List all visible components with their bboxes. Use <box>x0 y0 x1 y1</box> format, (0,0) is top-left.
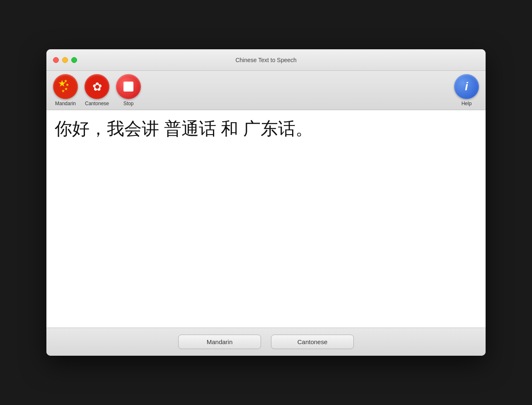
stop-square <box>123 82 133 92</box>
stop-icon <box>116 74 141 99</box>
help-toolbar-label: Help <box>462 101 472 106</box>
stop-toolbar-label: Stop <box>123 101 134 106</box>
chinese-text-content: 你好，我会讲 普通话 和 广东话。 <box>55 117 477 141</box>
text-area[interactable]: 你好，我会讲 普通话 和 广东话。 <box>46 110 486 328</box>
china-flag-icon: ★ ★ ★ ★ ★ <box>53 74 78 99</box>
maximize-button[interactable] <box>71 57 77 63</box>
toolbar: ★ ★ ★ ★ ★ Mandarin ✿ Cantonese Stop <box>46 71 486 110</box>
cantonese-toolbar-label: Cantonese <box>85 101 109 106</box>
hk-flag-icon: ✿ <box>85 74 109 99</box>
help-i-text: i <box>465 80 468 93</box>
mandarin-toolbar-item[interactable]: ★ ★ ★ ★ ★ Mandarin <box>53 74 78 106</box>
help-toolbar-item[interactable]: i Help <box>454 74 479 106</box>
mandarin-toolbar-label: Mandarin <box>55 101 76 106</box>
cantonese-toolbar-item[interactable]: ✿ Cantonese <box>85 74 109 106</box>
china-star-s4: ★ <box>61 89 65 93</box>
mandarin-bottom-button[interactable]: Mandarin <box>178 335 261 349</box>
traffic-lights <box>53 57 77 63</box>
close-button[interactable] <box>53 57 59 63</box>
window-title: Chinese Text to Speech <box>235 57 297 63</box>
help-icon: i <box>454 74 479 99</box>
cantonese-bottom-button[interactable]: Cantonese <box>271 335 354 349</box>
hk-flower-icon: ✿ <box>92 80 102 94</box>
minimize-button[interactable] <box>62 57 68 63</box>
bottom-bar: Mandarin Cantonese <box>46 328 486 356</box>
title-bar: Chinese Text to Speech <box>46 49 486 71</box>
main-window: Chinese Text to Speech ★ ★ ★ ★ ★ Mandari… <box>46 49 486 356</box>
stop-toolbar-item[interactable]: Stop <box>116 74 141 106</box>
